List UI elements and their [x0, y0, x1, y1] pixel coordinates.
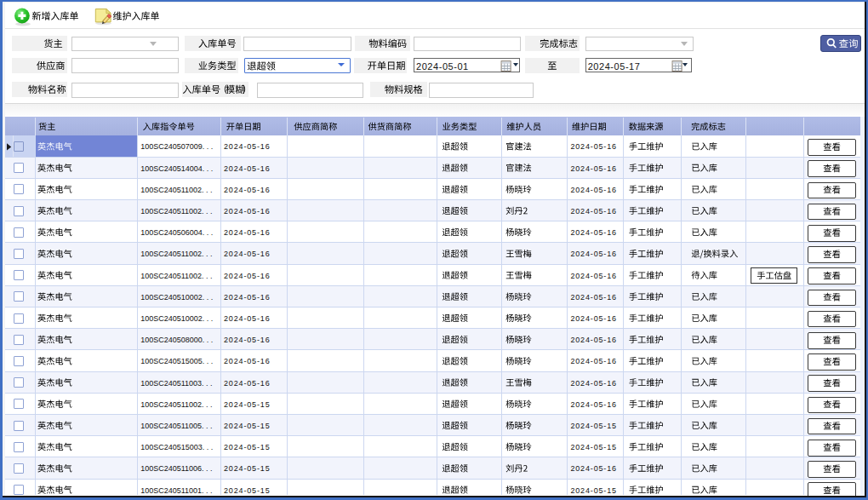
- svg-text:2024-05-16: 2024-05-16: [570, 186, 617, 194]
- svg-text:2024-05-16: 2024-05-16: [570, 272, 617, 280]
- svg-text:2024-05-16: 2024-05-16: [224, 142, 271, 151]
- svg-text:2024-05-15: 2024-05-15: [224, 464, 271, 473]
- svg-text:2024-05-16: 2024-05-16: [224, 186, 271, 194]
- svg-text:2024-05-16: 2024-05-16: [224, 250, 271, 258]
- svg-text:100SC240506004. . .: 100SC240506004. . .: [140, 228, 213, 237]
- svg-text:100SC240508000. . .: 100SC240508000. . .: [140, 336, 213, 344]
- svg-text:100SC240514004. . .: 100SC240514004. . .: [140, 164, 213, 173]
- svg-text:2024-05-16: 2024-05-16: [570, 464, 617, 473]
- svg-text:100SC240511006. . .: 100SC240511006. . .: [140, 464, 212, 473]
- svg-text:2024-05-15: 2024-05-15: [570, 443, 617, 451]
- svg-text:2024-05-16: 2024-05-16: [570, 314, 617, 323]
- svg-text:2024-05-16: 2024-05-16: [570, 250, 617, 258]
- svg-text:2024-05-16: 2024-05-16: [570, 400, 617, 409]
- svg-text:2024-05-16: 2024-05-16: [224, 207, 271, 216]
- svg-text:100SC240511002. . .: 100SC240511002. . .: [140, 186, 212, 194]
- svg-text:2024-05-16: 2024-05-16: [224, 357, 271, 365]
- svg-text:100SC240511001. . .: 100SC240511001. . .: [140, 486, 212, 495]
- svg-text:100SC240515005. . .: 100SC240515005. . .: [140, 357, 213, 365]
- svg-text:2024-05-16: 2024-05-16: [570, 357, 617, 365]
- svg-text:2024-05-16: 2024-05-16: [224, 293, 271, 302]
- svg-text:2024-05-16: 2024-05-16: [570, 293, 617, 302]
- svg-text:100SC240511002. . .: 100SC240511002. . .: [140, 250, 212, 258]
- svg-text:100SC240515003. . .: 100SC240515003. . .: [140, 443, 213, 451]
- svg-text:2024-05-16: 2024-05-16: [570, 142, 617, 151]
- svg-text:2024-05-16: 2024-05-16: [224, 379, 271, 388]
- svg-text:100SC240511002. . .: 100SC240511002. . .: [140, 272, 212, 280]
- svg-text:2024-05-15: 2024-05-15: [224, 422, 271, 430]
- svg-text:100SC240511005. . .: 100SC240511005. . .: [140, 422, 212, 430]
- svg-text:100SC240510002. . .: 100SC240510002. . .: [140, 293, 213, 302]
- svg-text:2024-05-16: 2024-05-16: [570, 379, 617, 388]
- svg-text:2024-05-16: 2024-05-16: [570, 228, 617, 237]
- svg-text:2024-05-16: 2024-05-16: [570, 207, 617, 216]
- svg-text:2024-05-16: 2024-05-16: [224, 336, 271, 344]
- svg-text:2024-05-15: 2024-05-15: [224, 443, 271, 451]
- svg-text:100SC240507009. . .: 100SC240507009. . .: [140, 142, 213, 151]
- svg-text:100SC240511002. . .: 100SC240511002. . .: [140, 207, 212, 216]
- svg-text:2024-05-15: 2024-05-15: [570, 422, 617, 430]
- svg-text:100SC240511003. . .: 100SC240511003. . .: [140, 379, 212, 388]
- svg-text:2024-05-17: 2024-05-17: [588, 61, 641, 72]
- svg-text:2024-05-16: 2024-05-16: [570, 164, 617, 173]
- svg-text:100SC240510002. . .: 100SC240510002. . .: [140, 314, 213, 323]
- svg-text:2024-05-16: 2024-05-16: [224, 272, 271, 280]
- svg-text:2024-05-16: 2024-05-16: [224, 228, 271, 237]
- svg-text:2024-05-15: 2024-05-15: [224, 400, 271, 409]
- svg-text:2024-05-15: 2024-05-15: [224, 486, 271, 495]
- svg-text:2024-05-15: 2024-05-15: [570, 486, 617, 495]
- svg-text:2024-05-16: 2024-05-16: [224, 314, 271, 323]
- svg-text:2024-05-16: 2024-05-16: [224, 164, 271, 173]
- svg-text:2024-05-16: 2024-05-16: [570, 336, 617, 344]
- svg-text:100SC240511002. . .: 100SC240511002. . .: [140, 400, 212, 409]
- svg-text:2024-05-01: 2024-05-01: [416, 61, 469, 72]
